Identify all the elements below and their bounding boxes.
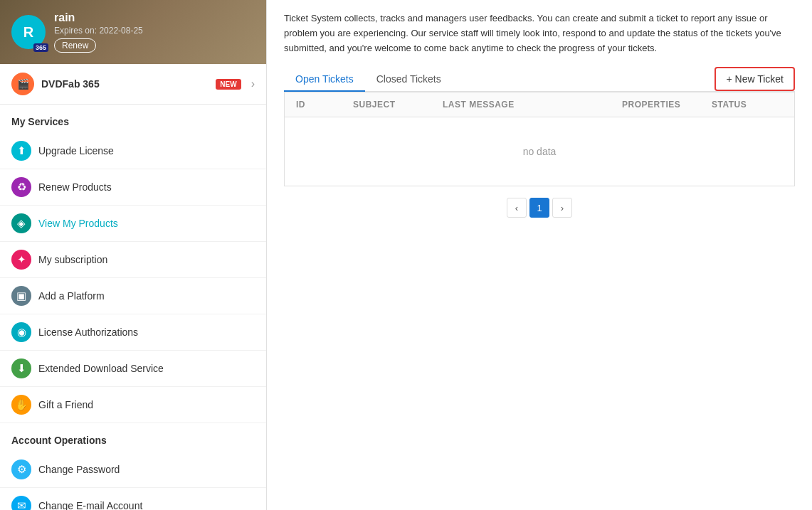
avatar: R 365 — [11, 15, 46, 49]
tab-open-tickets[interactable]: Open Tickets — [284, 68, 365, 92]
no-data-message: no data — [285, 117, 794, 186]
col-properties: PROPERTIES — [622, 100, 712, 110]
product-row[interactable]: 🎬 DVDFab 365 NEW › — [0, 64, 266, 105]
my-subscription-icon: ✦ — [11, 250, 31, 270]
license-auth-label: License Authorizations — [38, 326, 138, 338]
view-my-products-label: View My Products — [38, 218, 118, 229]
menu-item-renew-products[interactable]: ♻ Renew Products — [0, 169, 266, 206]
extended-download-icon: ⬇ — [11, 358, 31, 378]
add-platform-label: Add a Platform — [38, 290, 105, 302]
my-subscription-label: My subscription — [38, 254, 107, 265]
menu-item-view-my-products[interactable]: ◈ View My Products — [0, 206, 266, 242]
renew-products-label: Renew Products — [38, 181, 112, 193]
menu-item-change-email[interactable]: ✉ Change E-mail Account — [0, 488, 266, 510]
product-icon: 🎬 — [11, 73, 34, 95]
pagination: ‹ 1 › — [284, 186, 795, 229]
change-password-icon: ⚙ — [11, 459, 31, 479]
change-email-label: Change E-mail Account — [38, 500, 142, 510]
my-services-header: My Services — [0, 105, 266, 133]
new-badge: NEW — [216, 79, 241, 90]
menu-item-my-subscription[interactable]: ✦ My subscription — [0, 242, 266, 278]
change-password-label: Change Password — [38, 464, 120, 475]
renew-products-icon: ♻ — [11, 177, 31, 197]
menu-item-add-platform[interactable]: ▣ Add a Platform — [0, 278, 266, 314]
change-email-icon: ✉ — [11, 496, 31, 510]
gift-friend-label: Gift a Friend — [38, 399, 93, 410]
menu-item-extended-download[interactable]: ⬇ Extended Download Service — [0, 351, 266, 387]
tickets-table: ID SUBJECT LAST MESSAGE PROPERTIES STATU… — [284, 92, 795, 186]
chevron-right-icon: › — [251, 78, 255, 90]
table-header: ID SUBJECT LAST MESSAGE PROPERTIES STATU… — [285, 92, 794, 117]
add-platform-icon: ▣ — [11, 286, 31, 306]
menu-item-gift-friend[interactable]: ✋ Gift a Friend — [0, 387, 266, 423]
license-auth-icon: ◉ — [11, 322, 31, 342]
view-my-products-icon: ◈ — [11, 213, 31, 233]
user-expires: Expires on: 2022-08-25 — [54, 26, 143, 36]
user-header: R 365 rain Expires on: 2022-08-25 Renew — [0, 0, 266, 64]
sidebar: R 365 rain Expires on: 2022-08-25 Renew … — [0, 0, 267, 510]
pagination-prev[interactable]: ‹ — [507, 198, 527, 218]
col-id: ID — [296, 100, 353, 110]
tab-closed-tickets[interactable]: Closed Tickets — [365, 68, 453, 92]
menu-item-change-password[interactable]: ⚙ Change Password — [0, 452, 266, 488]
col-subject: SUBJECT — [353, 100, 443, 110]
tabs-row: Open Tickets Closed Tickets + New Ticket — [284, 67, 795, 92]
user-name: rain — [54, 11, 143, 24]
avatar-badge: 365 — [33, 43, 48, 52]
gift-friend-icon: ✋ — [11, 395, 31, 415]
menu-item-upgrade-license[interactable]: ⬆ Upgrade License — [0, 133, 266, 169]
col-status: STATUS — [712, 100, 783, 110]
renew-button[interactable]: Renew — [54, 38, 96, 53]
main-content: Ticket System collects, tracks and manag… — [267, 0, 812, 510]
pagination-next[interactable]: › — [552, 198, 572, 218]
product-name: DVDFab 365 — [41, 78, 209, 90]
account-operations-header: Account Operations — [0, 423, 266, 452]
col-last-message: LAST MESSAGE — [443, 100, 622, 110]
menu-item-license-auth[interactable]: ◉ License Authorizations — [0, 314, 266, 351]
extended-download-label: Extended Download Service — [38, 363, 164, 374]
pagination-current[interactable]: 1 — [529, 198, 549, 218]
user-info: rain Expires on: 2022-08-25 Renew — [54, 11, 143, 53]
new-ticket-button[interactable]: + New Ticket — [715, 67, 795, 91]
upgrade-license-label: Upgrade License — [38, 145, 114, 156]
description-text: Ticket System collects, tracks and manag… — [284, 11, 795, 55]
upgrade-license-icon: ⬆ — [11, 141, 31, 161]
